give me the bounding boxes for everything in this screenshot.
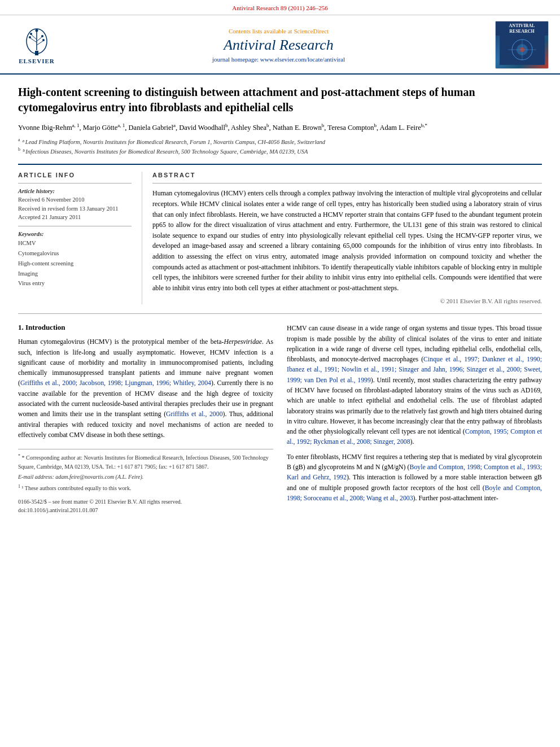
main-columns: 1. Introduction Human cytomegalovirus (H… (18, 323, 542, 514)
intro-title: 1. Introduction (18, 323, 273, 332)
article-title: High-content screening to distinguish be… (18, 85, 542, 115)
corner-badge: ANTIVIRALRESEARCH (496, 21, 548, 36)
footnote-star: * * Corresponding author at: Novartis In… (18, 453, 273, 471)
journal-header: ELSEVIER Contents lists available at Sci… (0, 15, 560, 75)
homepage-label: journal homepage: (212, 56, 259, 63)
intro-col1: Human cytomegalovirus (HCMV) is the prot… (18, 337, 273, 440)
svg-point-11 (36, 29, 38, 32)
page: Antiviral Research 89 (2011) 246–256 (0, 0, 560, 747)
intro-para1: Human cytomegalovirus (HCMV) is the prot… (18, 337, 273, 440)
homepage-line: journal homepage: www.elsevier.com/locat… (69, 56, 488, 63)
abstract-label: Abstract (152, 172, 542, 178)
intro-col2: HCMV can cause disease in a wide range o… (287, 323, 542, 503)
svg-point-9 (42, 39, 45, 41)
article-info-section: ARTICLE INFO Article history: Received 6… (18, 164, 542, 304)
main-col-right: HCMV can cause disease in a wide range o… (287, 323, 542, 514)
elsevier-tree-icon (20, 25, 54, 56)
top-bar: Antiviral Research 89 (2011) 246–256 (0, 0, 560, 15)
keywords-label: Keywords: (18, 231, 132, 237)
svg-line-5 (37, 41, 43, 45)
authors-line: Yvonne Ibig-Rehma, 1, Marjo Göttea, 1, D… (18, 122, 542, 133)
science-direct-name[interactable]: ScienceDirect (294, 28, 329, 34)
svg-rect-0 (35, 51, 38, 55)
received-date: Received 6 November 2010 (18, 195, 132, 204)
main-col-left: 1. Introduction Human cytomegalovirus (H… (18, 323, 273, 514)
footnotes: * * Corresponding author at: Novartis In… (18, 449, 273, 515)
keyword-2: Cytomegalovirus (18, 248, 132, 259)
article-info-label: ARTICLE INFO (18, 172, 132, 178)
footnote-email: E-mail address: adam.feire@novartis.com … (18, 473, 273, 482)
article-history: Article history: Received 6 November 201… (18, 188, 132, 221)
svg-point-10 (41, 35, 43, 37)
main-divider (18, 313, 542, 314)
svg-point-8 (30, 33, 32, 35)
elsevier-label: ELSEVIER (19, 58, 55, 64)
received-revised-date: Received in revised form 13 January 2011 (18, 204, 132, 213)
svg-point-7 (29, 36, 31, 38)
intro-col2-para2: To enter fibroblasts, HCMV first require… (287, 452, 542, 503)
copyright: © 2011 Elsevier B.V. All rights reserved… (152, 298, 542, 304)
article-info-left: ARTICLE INFO Article history: Received 6… (18, 172, 142, 304)
journal-title: Antiviral Research (69, 37, 488, 54)
abstract-section: Abstract Human cytomegalovirus (HCMV) en… (152, 172, 542, 304)
elsevier-logo: ELSEVIER (11, 25, 62, 64)
keyword-4: Imaging (18, 269, 132, 279)
keyword-3: High-content screening (18, 259, 132, 269)
contents-label: Contents lists available at (229, 28, 292, 34)
affiliation-a: a ᵃ Lead Finding Platform, Novartis Inst… (18, 137, 542, 146)
keyword-1: HCMV (18, 238, 132, 248)
keyword-5: Virus entry (18, 278, 132, 289)
affiliations: a ᵃ Lead Finding Platform, Novartis Inst… (18, 137, 542, 156)
footnote-license: 0166-3542/$ – see front matter © 2011 El… (18, 497, 273, 506)
affiliation-b: b ᵇ Infectious Diseases, Novartis Instit… (18, 146, 542, 156)
history-label: Article history: (18, 188, 132, 194)
footnote-doi: doi:10.1016/j.antiviral.2011.01.007 (18, 506, 273, 515)
abstract-text: Human cytomegalovirus (HCMV) enters cell… (152, 188, 542, 293)
journal-corner-image: ANTIVIRALRESEARCH (495, 21, 549, 69)
corner-img-detail (500, 34, 545, 66)
accepted-date: Accepted 21 January 2011 (18, 213, 132, 221)
svg-line-6 (37, 37, 42, 41)
svg-line-4 (31, 34, 37, 40)
keywords-list: HCMV Cytomegalovirus High-content screen… (18, 238, 132, 289)
homepage-url[interactable]: www.elsevier.com/locate/antiviral (260, 56, 345, 63)
journal-center-info: Contents lists available at ScienceDirec… (69, 28, 488, 63)
science-direct-line: Contents lists available at ScienceDirec… (69, 28, 488, 34)
intro-col2-para1: HCMV can cause disease in a wide range o… (287, 323, 542, 447)
article-body: High-content screening to distinguish be… (0, 75, 560, 526)
journal-reference: Antiviral Research 89 (2011) 246–256 (232, 5, 327, 11)
footnote-equal: 1 ¹ These authors contributed equally to… (18, 483, 273, 493)
keywords-section: Keywords: HCMV Cytomegalovirus High-cont… (18, 231, 132, 289)
